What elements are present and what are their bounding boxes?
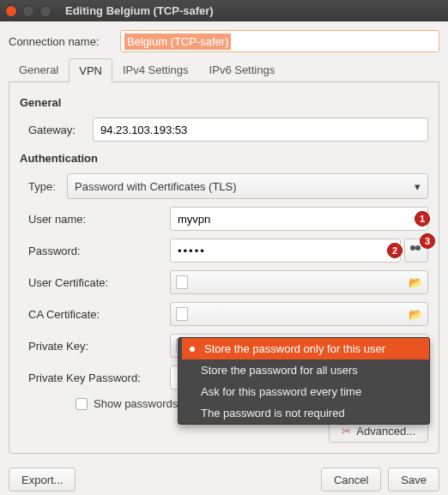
file-icon (176, 307, 188, 321)
username-label: User name: (20, 213, 170, 226)
section-auth: Authentication (20, 152, 428, 165)
ca-cert-chooser[interactable]: 📂 (170, 302, 428, 326)
window-titlebar: Editing Belgium (TCP-safer) (0, 0, 448, 21)
menu-item-not-required[interactable]: The password is not required (179, 402, 429, 424)
cancel-button[interactable]: Cancel (321, 468, 381, 492)
ca-cert-label: CA Certificate: (20, 308, 170, 321)
user-cert-chooser[interactable]: 📂 (170, 270, 428, 294)
wrench-icon: ✂ (342, 425, 351, 438)
folder-open-icon: 📂 (409, 276, 422, 288)
folder-open-icon: 📂 (409, 308, 422, 320)
window-max-button[interactable] (39, 5, 51, 17)
password-label: Password: (20, 244, 170, 257)
gateway-label: Gateway: (20, 124, 93, 136)
priv-key-pw-label: Private Key Password: (20, 371, 170, 384)
chevron-down-icon: ▾ (415, 180, 421, 193)
window-title: Editing Belgium (TCP-safer) (65, 4, 214, 17)
password-store-menu: Store the password only for this user St… (178, 337, 430, 425)
tab-bar: General VPN IPv4 Settings IPv6 Settings (9, 57, 439, 82)
tab-ipv4[interactable]: IPv4 Settings (112, 57, 199, 81)
type-label: Type: (20, 180, 67, 193)
file-icon (176, 275, 188, 289)
advanced-label: Advanced... (356, 425, 415, 438)
tab-general[interactable]: General (9, 57, 69, 81)
vpn-pane: General Gateway: Authentication Type: Pa… (9, 82, 439, 454)
menu-item-ask[interactable]: Ask for this password every time (179, 381, 429, 402)
type-combo[interactable]: Password with Certificates (TLS) ▾ (67, 173, 428, 199)
connection-name-value: Belgium (TCP-safer) (124, 33, 231, 50)
type-value: Password with Certificates (TLS) (75, 180, 237, 193)
user-cert-label: User Certificate: (20, 276, 170, 289)
show-passwords-checkbox[interactable] (76, 398, 88, 410)
password-input[interactable] (170, 238, 401, 263)
priv-key-label: Private Key: (20, 340, 170, 353)
gateway-input[interactable] (93, 118, 428, 142)
people-icon (410, 245, 422, 256)
callout-badge-1: 1 (415, 211, 430, 226)
window-min-button[interactable] (22, 5, 34, 17)
callout-badge-2: 2 (387, 243, 403, 258)
export-button[interactable]: Export... (9, 468, 76, 492)
username-input[interactable] (170, 207, 428, 231)
tab-ipv6[interactable]: IPv6 Settings (199, 57, 286, 81)
save-button[interactable]: Save (388, 468, 439, 492)
callout-badge-3: 3 (420, 233, 435, 249)
show-passwords-label: Show passwords (94, 397, 178, 410)
menu-item-store-user[interactable]: Store the password only for this user (182, 338, 429, 359)
tab-vpn[interactable]: VPN (69, 58, 112, 82)
menu-item-store-all[interactable]: Store the password for all users (179, 359, 429, 381)
window-close-button[interactable] (5, 5, 17, 17)
section-general: General (20, 96, 428, 109)
connection-name-input[interactable]: Belgium (TCP-safer) (120, 30, 439, 52)
connection-name-label: Connection name: (9, 35, 120, 48)
